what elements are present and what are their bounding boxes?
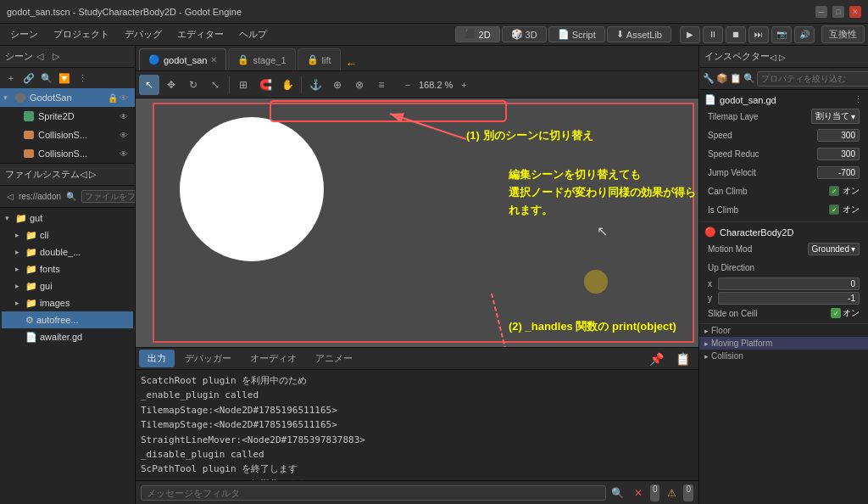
stop-button[interactable]: ⏹	[726, 26, 746, 43]
pause-button[interactable]: ⏸	[703, 26, 723, 43]
body2d-section: 🔴 CharacterBody2D Motion Mod Grounded ▾ …	[699, 222, 868, 324]
rotate-tool[interactable]: ↻	[183, 75, 203, 95]
left-sidebar: シーン ◁ ▷ + 🔗 🔍 🔽 ⋮ ▾ GodotSan 🔒 👁	[0, 46, 136, 504]
fs-filter-input[interactable]	[81, 190, 135, 203]
compat-button[interactable]: 互換性	[821, 25, 865, 43]
more-tools[interactable]: ≡	[371, 75, 392, 95]
move-tool[interactable]: ✥	[161, 75, 181, 95]
insp-icon-1[interactable]: 🔧	[703, 70, 715, 87]
tab-close-btn[interactable]: ✕	[210, 55, 217, 64]
zoom-value: 168.2 %	[419, 80, 453, 90]
grid-tool[interactable]: ⊞	[233, 75, 253, 95]
zoom-in-button[interactable]: +	[456, 77, 471, 92]
scene-left-btn[interactable]: ◁	[33, 50, 47, 64]
minimize-button[interactable]: ─	[815, 6, 827, 18]
insp-icon-3[interactable]: 📋	[730, 70, 742, 87]
search-log-btn[interactable]: 🔍	[609, 484, 626, 501]
bottom-tabs: 出力 デバッガー オーディオ アニメー 📌 📋	[136, 348, 698, 370]
collision-section[interactable]: ▸ Collision	[699, 350, 868, 362]
moving-platform-section[interactable]: ▸ Moving Platform	[699, 337, 868, 350]
fs-item-autofree[interactable]: ⚙ autofree...	[2, 311, 133, 328]
fs-item-gut[interactable]: ▾ 📁 gut	[2, 210, 133, 227]
menu-editor[interactable]: エディター	[170, 25, 231, 43]
menu-project[interactable]: プロジェクト	[47, 25, 116, 43]
insp-icon-2[interactable]: 📦	[716, 70, 728, 87]
menu-debug[interactable]: デバッグ	[118, 25, 169, 43]
tree-item-collision1[interactable]: CollisionS... 👁	[0, 126, 135, 144]
prop-up-direction-label: Up Direction	[704, 258, 863, 277]
warn-count: 0	[683, 484, 693, 501]
filter-button[interactable]: 🔽	[57, 70, 72, 86]
add-node-button[interactable]: +	[3, 70, 19, 86]
tab-godot-san[interactable]: 🔵 godot_san ✕	[139, 48, 226, 70]
fs-item-gui[interactable]: ▸ 📁 gui	[2, 277, 133, 294]
menu-scene[interactable]: シーン	[3, 25, 45, 43]
more-button[interactable]: ⋮	[75, 70, 90, 86]
hand-tool[interactable]: ✋	[277, 75, 298, 95]
maximize-button[interactable]: □	[832, 6, 844, 18]
camera-button[interactable]: 📷	[771, 26, 792, 43]
log-pin-btn[interactable]: 📌	[644, 350, 669, 367]
fs-item-awaiter[interactable]: 📄 awaiter.gd	[2, 328, 133, 345]
mode-3d-button[interactable]: 🎲3D	[502, 26, 547, 42]
fs-right-btn[interactable]: ▷	[89, 169, 96, 179]
anchor-tool[interactable]: ⚓	[305, 75, 326, 95]
search-scene-button[interactable]: 🔍	[39, 70, 54, 86]
log-copy-btn[interactable]: 📋	[670, 350, 695, 367]
log-filter-input[interactable]	[141, 485, 606, 501]
center-area: 🔵 godot_san ✕ 🔒 stage_1 🔒 lift ← ↖ ✥ ↻ ⤡…	[136, 46, 698, 504]
scene-right-btn[interactable]: ▷	[49, 50, 63, 64]
fs-left-btn[interactable]: ◁	[80, 169, 86, 179]
tree-item-collision2[interactable]: CollisionS... 👁	[0, 144, 135, 163]
error-icon: ✕	[630, 484, 647, 501]
close-button[interactable]: ✕	[849, 6, 861, 18]
step-button[interactable]: ⏭	[748, 26, 769, 43]
menu-help[interactable]: ヘルプ	[232, 25, 274, 43]
btab-audio[interactable]: オーディオ	[242, 350, 305, 367]
fs-item-images[interactable]: ▸ 📁 images	[2, 294, 133, 311]
insp-icon-4[interactable]: 🔍	[743, 70, 755, 87]
play-button[interactable]: ▶	[680, 26, 700, 43]
tab-stage1[interactable]: 🔒 stage_1	[228, 48, 295, 70]
fs-item-cli[interactable]: ▸ 📁 cli	[2, 227, 133, 244]
fs-tree: ▾ 📁 gut ▸ 📁 cli ▸ 📁 double_...	[0, 208, 135, 504]
scene-panel: シーン ◁ ▷ + 🔗 🔍 🔽 ⋮ ▾ GodotSan 🔒 👁	[0, 46, 135, 164]
floor-section: ▸ Floor	[699, 324, 868, 337]
bottom-icons: 🔍 ✕ 0 ⚠ 0	[609, 484, 693, 501]
title-text: godot_san.tscn - StudyCharacterBody2D - …	[7, 7, 815, 17]
scene-view: ↖	[153, 103, 694, 343]
btab-anim[interactable]: アニメー	[307, 350, 361, 367]
prop-slide-ceil: Slide on Ceili ✓ オン	[704, 305, 863, 321]
insp-right-btn[interactable]: ▷	[779, 53, 786, 62]
btab-output[interactable]: 出力	[139, 350, 175, 367]
tab-lift[interactable]: 🔒 lift	[298, 48, 341, 70]
pivot-tool[interactable]: ⊕	[327, 75, 348, 95]
fs-item-fonts[interactable]: ▸ 📁 fonts	[2, 260, 133, 277]
tree-item-sprite2d[interactable]: Sprite2D 👁	[0, 107, 135, 126]
mode-asset-button[interactable]: ⬇AssetLib	[607, 26, 671, 42]
select-tool[interactable]: ↖	[139, 75, 159, 95]
scale-tool[interactable]: ⤡	[205, 75, 225, 95]
fs-item-double[interactable]: ▸ 📁 double_...	[2, 244, 133, 260]
script-section: 📄 godot_san.gd ⋮ Tilemap Laye 割り当て ▾ Spe…	[699, 90, 868, 222]
log-line-5: _disable_plugin called	[139, 447, 695, 462]
speaker-button[interactable]: 🔊	[794, 26, 815, 43]
snap-tool[interactable]: 🧲	[255, 75, 275, 95]
mode-2d-button[interactable]: ⬛2D	[455, 26, 500, 42]
viewport[interactable]: ↖ (1) 別のシーンに切り替え 編集シーンを切り替えても 選択ノードが変わり同…	[136, 98, 698, 347]
log-line-1: _enable_plugin called	[139, 388, 695, 402]
pan-tool[interactable]: ⊗	[349, 75, 370, 95]
insp-left-btn[interactable]: ◁	[770, 53, 776, 62]
tree-item-godotsan[interactable]: ▾ GodotSan 🔒 👁	[0, 88, 135, 107]
btab-debugger[interactable]: デバッガー	[176, 350, 240, 367]
fs-search-btn[interactable]: 🔍	[63, 190, 80, 203]
prop-speed-reduc: Speed Reduc 300	[704, 144, 863, 163]
zoom-out-button[interactable]: −	[400, 77, 415, 92]
fs-back-btn[interactable]: ◁	[3, 190, 17, 203]
link-button[interactable]: 🔗	[21, 70, 36, 86]
inspector-search[interactable]	[757, 71, 868, 87]
script-more-btn[interactable]: ⋮	[854, 94, 863, 105]
window-controls: ─ □ ✕	[815, 6, 861, 18]
mode-script-button[interactable]: 📄Script	[548, 26, 605, 42]
tab-stage1-icon: 🔒	[237, 54, 249, 65]
